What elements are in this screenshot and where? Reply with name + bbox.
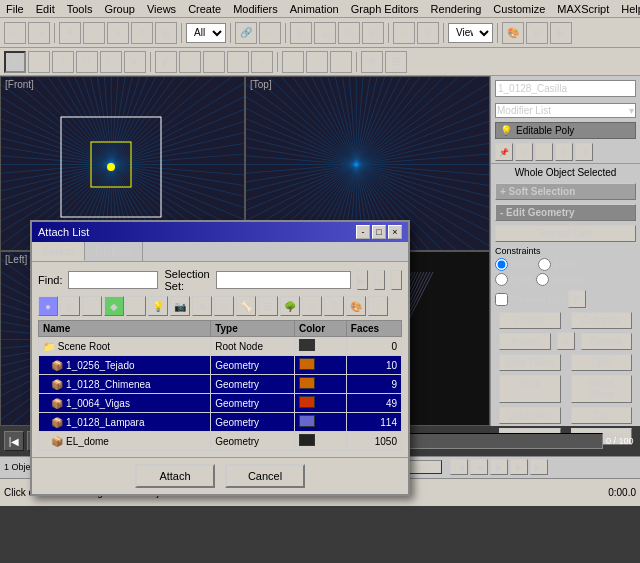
unlink-btn[interactable]: ✂ [259,22,281,44]
cancel-btn[interactable]: Cancel [225,464,305,488]
constraint-face[interactable]: Face [495,273,532,286]
render-btn[interactable]: ▶ [550,22,572,44]
menu-views[interactable]: Views [141,2,182,16]
percent-snap-btn[interactable]: % [338,22,360,44]
soft-selection-header[interactable]: + Soft Selection [495,183,636,200]
constraint-none[interactable]: None [495,258,534,271]
dialog-min-btn[interactable]: - [356,225,370,239]
attach-options-btn[interactable]: ⊞ [557,332,575,350]
detach-btn[interactable]: Detach [581,333,633,350]
menu-rendering[interactable]: Rendering [425,2,488,16]
select-poly-btn[interactable]: ◻ [100,51,122,73]
toggle-tree-btn[interactable]: 🌳 [280,296,300,316]
select-btn[interactable]: ✦ [59,22,81,44]
select-edge-btn[interactable]: / [52,51,74,73]
attach-list-row[interactable]: 📦 EL_dome Geometry 1050 [39,432,402,451]
invert-sel-btn[interactable]: ⊘ [60,296,80,316]
dialog-tab-select[interactable]: Select [32,242,85,261]
material-editor-btn[interactable]: 🎨 [502,22,524,44]
filter-bone-btn[interactable]: 🦴 [236,296,256,316]
filter-dropdown[interactable]: All [186,23,226,43]
filter-light-btn[interactable]: 💡 [148,296,168,316]
quickslice-btn[interactable]: QuickSlice [499,407,561,424]
make-unique-btn[interactable]: □ [535,143,553,161]
undo-btn[interactable]: ↩ [4,22,26,44]
constraint-edge[interactable]: Edge [538,258,576,271]
find-input[interactable] [68,271,158,289]
object-name-box[interactable]: 1_0128_Casilla [495,80,636,97]
edit-geometry-header[interactable]: - Edit Geometry [495,204,636,221]
dialog-tab-display[interactable]: Display [85,242,142,261]
filter-space-btn[interactable]: ⊛ [214,296,234,316]
redo-btn[interactable]: ↪ [28,22,50,44]
selection-set-input[interactable] [216,271,351,289]
filter-bycolor-btn[interactable]: 🎨 [346,296,366,316]
mirror-btn[interactable]: ↔ [393,22,415,44]
toggle-layers-btn[interactable]: ☰ [258,296,278,316]
menu-tools[interactable]: Tools [61,2,99,16]
repeat-last-btn[interactable]: Repeat Last [495,225,636,242]
paint-sel-btn[interactable]: 🖌 [155,51,177,73]
menu-customize[interactable]: Customize [487,2,551,16]
filter-geo-btn[interactable]: ◆ [104,296,124,316]
snap-btn[interactable]: ⊕ [290,22,312,44]
menu-group[interactable]: Group [98,2,141,16]
select-object-btn[interactable]: ↖ [4,51,26,73]
remove-modifier-btn[interactable]: 🗑 [555,143,573,161]
prev-frame-btn2[interactable]: ◀ [470,459,488,475]
menu-maxscript[interactable]: MAXScript [551,2,615,16]
select-region-btn[interactable]: □ [83,22,105,44]
link-btn[interactable]: 🔗 [235,22,257,44]
create-btn[interactable]: Create [499,312,561,329]
spinner-snap-btn[interactable]: ⊞ [362,22,384,44]
attach-list-row[interactable]: 📦 1_0128_Lampara Geometry 114 [39,413,402,432]
ring-sel-btn[interactable]: ◎ [251,51,273,73]
filter-byname-btn[interactable]: A [302,296,322,316]
layer-btn[interactable]: ☰ [385,51,407,73]
config-modifier-btn[interactable]: ⚙ [575,143,593,161]
dialog-close-btn[interactable]: × [388,225,402,239]
col-name[interactable]: Name [39,321,211,337]
attach-list-row[interactable]: 📦 1_0064_Vigas Geometry 49 [39,394,402,413]
sort-btn[interactable]: ↕ [368,296,388,316]
cut-btn[interactable]: Cut [571,407,633,424]
rotate-btn[interactable]: ↺ [131,22,153,44]
render-setup-btn[interactable]: ⚙ [526,22,548,44]
shrink-sel-btn[interactable]: - [203,51,225,73]
col-type[interactable]: Type [211,321,295,337]
scale-btn[interactable]: ⊞ [155,22,177,44]
col-color[interactable]: Color [295,321,347,337]
next-frame-btn2[interactable]: ▶ [510,459,528,475]
loop-sel-btn[interactable]: ○ [227,51,249,73]
filter-shape-btn[interactable]: ⬡ [126,296,146,316]
dialog-max-btn[interactable]: □ [372,225,386,239]
convert-edge-btn[interactable]: ↓ [306,51,328,73]
convert-vertex-btn[interactable]: ↓ [282,51,304,73]
ss-btn1[interactable]: ▶ [357,270,368,290]
menu-create[interactable]: Create [182,2,227,16]
attach-btn[interactable]: Attach [499,333,551,350]
show-end-result-btn[interactable]: ⊞ [515,143,533,161]
select-element-btn[interactable]: ◈ [124,51,146,73]
menu-animation[interactable]: Animation [284,2,345,16]
move-btn[interactable]: ✛ [107,22,129,44]
modifier-list-dropdown[interactable]: Modifier List ▾ [495,103,636,118]
menu-modifiers[interactable]: Modifiers [227,2,284,16]
filter-camera-btn[interactable]: 📷 [170,296,190,316]
grow-sel-btn[interactable]: + [179,51,201,73]
collapse-btn[interactable]: Collapse [571,312,633,329]
view-dropdown[interactable]: View [448,23,493,43]
attach-list-row[interactable]: 📦 1_0128_Chimenea Geometry 9 [39,375,402,394]
preserve-uvs-settings[interactable]: ⚙ [568,290,586,308]
play-btn2[interactable]: ▶ [490,459,508,475]
select-vertex-btn[interactable]: · [28,51,50,73]
slice-plane-btn[interactable]: Slice Plane [499,354,561,371]
angle-snap-btn[interactable]: ∡ [314,22,336,44]
align-btn[interactable]: ≡ [417,22,439,44]
jump-end-btn[interactable]: ▶| [530,459,548,475]
ss-btn3[interactable]: - [391,270,402,290]
convert-face-btn[interactable]: ↓ [330,51,352,73]
dialog-title-bar[interactable]: Attach List - □ × [32,222,408,242]
hide-btn[interactable]: 👁 [361,51,383,73]
preserve-uvs-check[interactable]: Preserve UVs [495,293,566,306]
